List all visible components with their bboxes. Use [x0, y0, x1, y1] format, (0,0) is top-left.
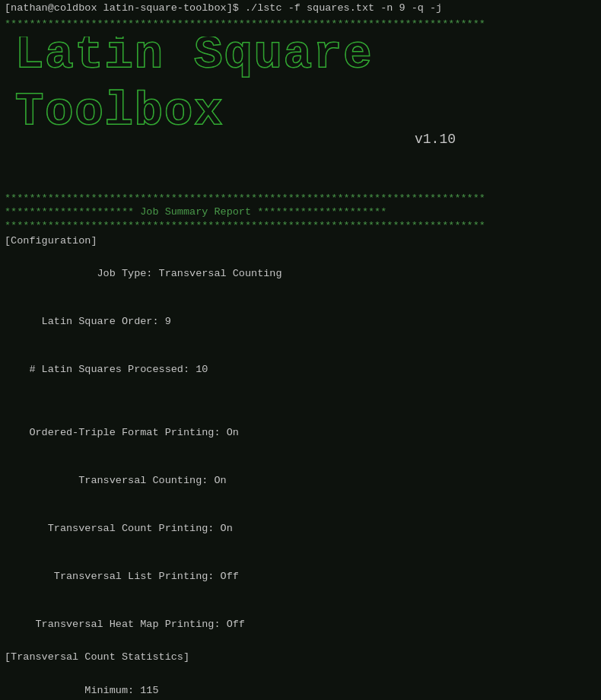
- minimum-value: 115: [134, 685, 158, 696]
- order-label: Latin Square Order:: [29, 316, 158, 327]
- transversal-counting-line: Transversal Counting: On: [0, 457, 601, 505]
- stars-middle-1: ****************************************…: [0, 192, 601, 205]
- processed-line: # Latin Squares Processed: 10: [0, 346, 601, 394]
- minimum-label: Minimum:: [29, 685, 134, 696]
- transversal-count-print-line: Transversal Count Printing: On: [0, 505, 601, 553]
- transversal-counting-label: Transversal Counting:: [29, 475, 208, 486]
- ordered-triple-value: On: [221, 427, 239, 438]
- stars-top: ****************************************…: [0, 18, 601, 31]
- ascii-logo: Latin Square Latin Square Toolbox Toolbo…: [0, 30, 601, 192]
- stars-title-line: ********************* Job Summary Report…: [0, 205, 601, 219]
- transversal-heat-value: Off: [221, 619, 245, 630]
- order-line: Latin Square Order: 9: [0, 298, 601, 346]
- logo-version: v1.10: [415, 132, 456, 147]
- config-section-header: [Configuration]: [0, 232, 601, 250]
- job-type-line: Job Type: Transversal Counting: [0, 250, 601, 298]
- transversal-count-print-label: Transversal Count Printing:: [29, 523, 214, 534]
- transversal-list-value: Off: [214, 571, 238, 582]
- transversal-count-print-value: On: [214, 523, 232, 534]
- transversal-counting-value: On: [208, 475, 226, 486]
- stats-section-header: [Transversal Count Statistics]: [0, 648, 601, 667]
- transversal-list-line: Transversal List Printing: Off: [0, 553, 601, 601]
- transversal-heat-label: Transversal Heat Map Printing:: [29, 619, 220, 630]
- logo-latin-fill: Latin Square: [15, 37, 373, 81]
- ordered-triple-line: Ordered-Triple Format Printing: On: [0, 410, 601, 458]
- logo-svg: Latin Square Latin Square Toolbox Toolbo…: [4, 37, 597, 189]
- logo-toolbox-fill: Toolbox: [15, 84, 224, 138]
- order-value: 9: [159, 316, 171, 327]
- transversal-heat-line: Transversal Heat Map Printing: Off: [0, 601, 601, 649]
- terminal-window: [nathan@coldbox latin-square-toolbox]$ .…: [0, 0, 601, 700]
- processed-label: # Latin Squares Processed:: [29, 364, 189, 375]
- job-type-value: Transversal Counting: [152, 268, 281, 279]
- processed-value: 10: [189, 364, 208, 375]
- ordered-triple-label: Ordered-Triple Format Printing:: [29, 427, 220, 438]
- initial-command: [nathan@coldbox latin-square-toolbox]$ .…: [0, 0, 601, 18]
- stars-middle-2: ****************************************…: [0, 219, 601, 233]
- blank-line-1: [0, 394, 601, 410]
- transversal-list-label: Transversal List Printing:: [29, 571, 214, 582]
- minimum-line: Minimum: 115: [0, 667, 601, 700]
- job-type-label: Job Type:: [29, 268, 152, 279]
